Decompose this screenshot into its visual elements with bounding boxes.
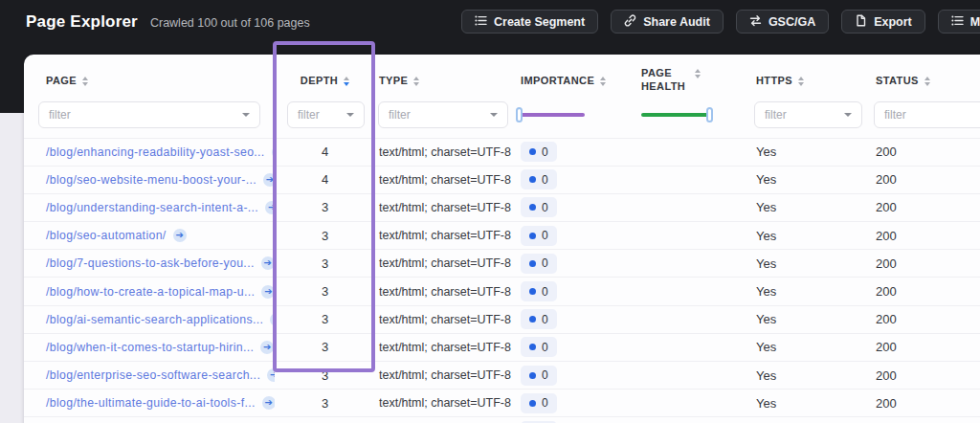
table-body: /blog/enhancing-readability-yoast-seo...… (24, 138, 980, 423)
page-link[interactable]: /blog/when-it-comes-to-startup-hirin... (46, 341, 254, 354)
pages-table-card: PAGE DEPTH TYPE IMPORTANCE PAGE HEALTH (24, 55, 980, 423)
importance-cell: 0 (512, 226, 639, 246)
column-header[interactable]: PAGE (46, 75, 275, 86)
page-health-range-slider[interactable] (641, 101, 748, 128)
sort-icon[interactable] (798, 77, 804, 86)
column-header[interactable]: STATUS (876, 75, 980, 86)
open-page-arrow-icon[interactable]: ➔ (263, 173, 275, 187)
importance-cell: 0 (512, 309, 639, 329)
open-page-arrow-icon[interactable]: ➔ (267, 368, 275, 382)
sort-icon[interactable] (600, 77, 606, 86)
https-cell: Yes (748, 396, 869, 411)
importance-badge: 0 (521, 366, 557, 386)
type-cell: text/html; charset=UTF-8 (375, 285, 512, 299)
filter-dropdown[interactable]: filter (378, 101, 508, 128)
toolbar-actions: Create Segment Share Audit GSC/GA Export… (461, 10, 980, 33)
toolbar-button-export[interactable]: Export (841, 10, 925, 33)
table-row: /blog/how-to-create-a-topical-map-u... ➔… (24, 277, 980, 304)
column-header[interactable]: PAGE HEALTH (641, 67, 748, 94)
https-cell: Yes (748, 256, 869, 271)
importance-cell: 0 (512, 169, 639, 189)
importance-badge: 0 (521, 281, 557, 301)
depth-cell: 4 (275, 172, 375, 187)
slider-thumb[interactable] (706, 107, 713, 122)
column-header[interactable]: DEPTH (275, 75, 375, 86)
status-cell: 200 (869, 172, 980, 187)
filter-dropdown[interactable]: filter (754, 101, 862, 128)
page-link[interactable]: /blog/the-ultimate-guide-to-ai-tools-f..… (46, 396, 256, 410)
sort-icon[interactable] (344, 77, 349, 86)
importance-value: 0 (542, 313, 548, 326)
type-cell: text/html; charset=UTF-8 (375, 368, 512, 382)
open-page-arrow-icon[interactable]: ➔ (262, 396, 275, 410)
page-explorer-screen: Page Explorer Crawled 100 out of 106 pag… (0, 0, 980, 423)
toolbar-button-share-audit[interactable]: Share Audit (611, 10, 724, 33)
open-page-arrow-icon[interactable]: ➔ (261, 256, 275, 270)
sort-icon[interactable] (413, 77, 419, 86)
page-cell: /blog/the-ultimate-guide-to-ai-tools-f..… (24, 396, 275, 410)
importance-badge: 0 (521, 309, 557, 329)
sort-icon[interactable] (695, 69, 701, 78)
importance-dot-icon (529, 204, 536, 211)
importance-cell: 0 (512, 366, 639, 386)
toolbar-button-label: Export (874, 15, 912, 29)
importance-badge: 0 (521, 169, 557, 189)
importance-value: 0 (542, 368, 548, 382)
link-icon (624, 14, 636, 30)
open-page-arrow-icon[interactable]: ➔ (260, 341, 274, 354)
depth-cell: 3 (275, 200, 375, 214)
importance-dot-icon (529, 316, 536, 323)
open-page-arrow-icon[interactable]: ➔ (173, 229, 187, 242)
type-cell: text/html; charset=UTF-8 (375, 229, 512, 242)
sort-icon[interactable] (82, 77, 88, 86)
toolbar-button-manage-c[interactable]: Manage C (938, 10, 980, 33)
filter-dropdown[interactable]: filter (38, 101, 260, 128)
column-header[interactable]: HTTPS (756, 75, 869, 86)
page-link[interactable]: /blog/how-to-create-a-topical-map-u... (46, 285, 255, 299)
importance-value: 0 (542, 341, 548, 354)
toolbar-button-create-segment[interactable]: Create Segment (461, 10, 598, 33)
page-link[interactable]: /blog/understanding-search-intent-a-... (46, 201, 258, 214)
https-cell: Yes (748, 172, 869, 187)
type-cell: text/html; charset=UTF-8 (375, 145, 512, 159)
importance-cell: 0 (512, 337, 639, 357)
filter-placeholder: filter (298, 108, 320, 122)
column-header-label: HTTPS (756, 75, 792, 86)
page-link[interactable]: /blog/ai-semantic-search-applications... (46, 313, 263, 326)
table-row: /blog/when-it-comes-to-startup-hirin... … (24, 333, 980, 361)
open-page-arrow-icon[interactable]: ➔ (261, 285, 275, 299)
filter-dropdown[interactable]: filter (874, 101, 980, 128)
toolbar-button-gsc-ga[interactable]: GSC/GA (736, 10, 829, 33)
page-cell: /blog/enhancing-readability-yoast-seo...… (24, 145, 275, 159)
column-header[interactable]: IMPORTANCE (521, 75, 639, 86)
page-link[interactable]: /blog/enterprise-seo-software-search... (46, 368, 260, 382)
importance-value: 0 (542, 285, 548, 299)
type-cell: text/html; charset=UTF-8 (375, 201, 512, 214)
page-link[interactable]: /blog/7-questions-to-ask-before-you... (46, 256, 255, 270)
page-link[interactable]: /blog/seo-automation/ (46, 229, 167, 242)
toolbar-button-label: Share Audit (643, 15, 710, 29)
page-link[interactable]: /blog/enhancing-readability-yoast-seo... (46, 145, 265, 159)
importance-value: 0 (542, 256, 548, 270)
page-cell: /blog/when-it-comes-to-startup-hirin... … (24, 341, 275, 354)
type-cell: text/html; charset=UTF-8 (375, 256, 512, 270)
page-cell: /blog/seo-website-menu-boost-your-... ➔ (24, 173, 275, 187)
type-cell: text/html; charset=UTF-8 (375, 313, 512, 326)
top-bar: Page Explorer Crawled 100 out of 106 pag… (0, 0, 980, 44)
table-row: /blog/seo-website-menu-boost-your-... ➔ … (24, 166, 980, 193)
importance-dot-icon (529, 400, 536, 407)
file-icon (855, 14, 867, 30)
column-header[interactable]: TYPE (379, 75, 512, 86)
filter-dropdown[interactable]: filter (287, 101, 365, 128)
depth-cell: 4 (275, 145, 375, 159)
open-page-arrow-icon[interactable]: ➔ (265, 201, 275, 214)
status-cell: 200 (869, 368, 980, 383)
header-cell-status: STATUS (869, 75, 980, 86)
sort-icon[interactable] (924, 77, 930, 86)
list-icon (475, 14, 487, 30)
column-header-label: PAGE HEALTH (641, 67, 689, 94)
importance-range-slider[interactable] (516, 101, 639, 128)
https-cell: Yes (748, 145, 869, 159)
slider-thumb[interactable] (516, 107, 523, 122)
page-link[interactable]: /blog/seo-website-menu-boost-your-... (46, 173, 256, 187)
